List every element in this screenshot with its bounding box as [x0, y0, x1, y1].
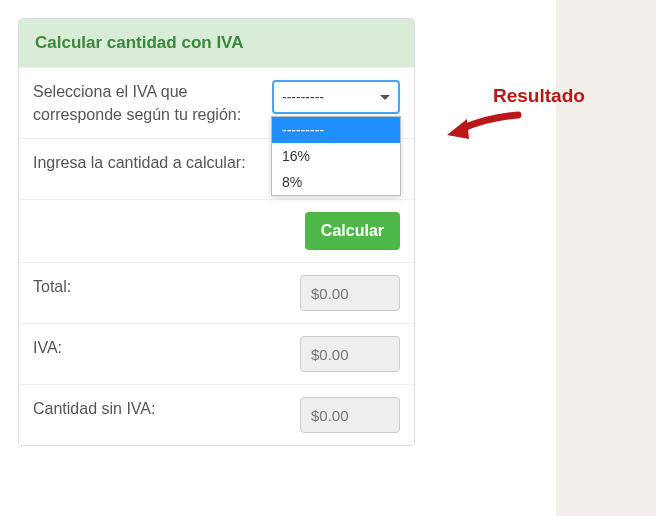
sin-iva-output: $0.00 [300, 397, 400, 433]
calculate-button[interactable]: Calcular [305, 212, 400, 250]
dropdown-item-16[interactable]: 16% [272, 143, 400, 169]
row-total: Total: $0.00 [19, 262, 414, 323]
label-iva-select: Selecciona el IVA que corresponde según … [33, 80, 272, 126]
iva-select[interactable]: --------- [272, 80, 400, 114]
callout-label: Resultado [493, 85, 585, 107]
chevron-down-icon [380, 95, 390, 100]
iva-select-value: --------- [282, 89, 324, 105]
total-output: $0.00 [300, 275, 400, 311]
label-sin-iva: Cantidad sin IVA: [33, 397, 272, 420]
iva-calculator-card: Calcular cantidad con IVA Selecciona el … [18, 18, 415, 446]
row-button: Calcular [19, 199, 414, 262]
arrow-icon [443, 107, 523, 147]
dropdown-item-8[interactable]: 8% [272, 169, 400, 195]
row-iva: IVA: $0.00 [19, 323, 414, 384]
svg-marker-0 [447, 119, 469, 139]
label-total: Total: [33, 275, 272, 298]
row-sin-iva: Cantidad sin IVA: $0.00 [19, 384, 414, 445]
dropdown-item-blank[interactable]: --------- [272, 117, 400, 143]
card-header: Calcular cantidad con IVA [19, 19, 414, 67]
label-amount: Ingresa la cantidad a calcular: [33, 151, 272, 174]
iva-dropdown: --------- 16% 8% [271, 116, 401, 196]
row-iva-select: Selecciona el IVA que corresponde según … [19, 67, 414, 138]
side-panel [556, 0, 656, 516]
iva-output: $0.00 [300, 336, 400, 372]
label-iva: IVA: [33, 336, 272, 359]
